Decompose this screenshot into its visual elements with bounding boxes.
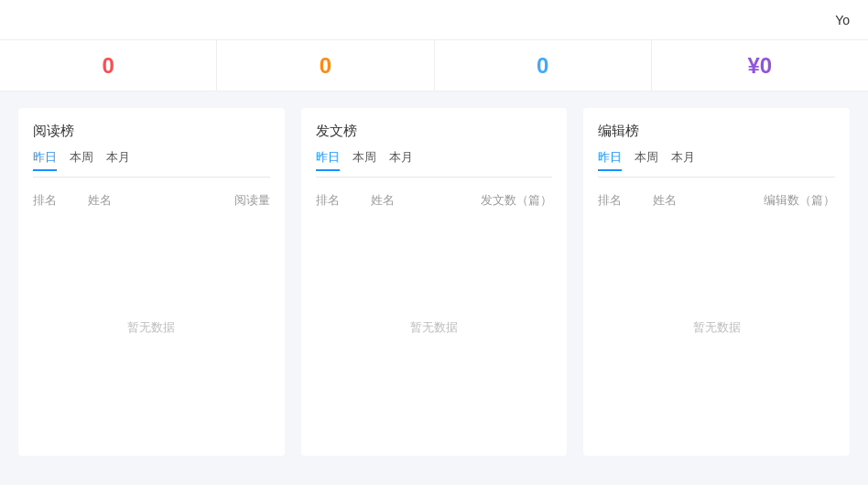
- reading-col-rank: 排名: [33, 192, 88, 209]
- post-card: 发文榜 昨日 本周 本月 排名 姓名 发文数（篇） 暂无数据: [301, 108, 568, 456]
- reading-tab-yesterday[interactable]: 昨日: [33, 149, 57, 171]
- stats-bar: 0 0 0 ¥0: [0, 40, 868, 92]
- stat-item-1: 0: [217, 40, 434, 91]
- reading-table-header: 排名 姓名 阅读量: [33, 187, 270, 214]
- post-tabs: 昨日 本周 本月: [316, 149, 553, 171]
- reading-tab-week[interactable]: 本周: [70, 149, 93, 171]
- edit-card: 编辑榜 昨日 本周 本月 排名 姓名 编辑数（篇） 暂无数据: [583, 108, 850, 456]
- post-tab-week[interactable]: 本周: [353, 149, 376, 171]
- post-col-rank: 排名: [316, 192, 371, 209]
- stat-item-0: 0: [0, 40, 217, 91]
- edit-col-rank: 排名: [598, 192, 653, 209]
- user-greeting: Yo: [835, 13, 850, 27]
- post-tab-yesterday[interactable]: 昨日: [316, 149, 340, 171]
- edit-col-count: 编辑数（篇）: [764, 192, 835, 209]
- stat-item-3: ¥0: [652, 40, 868, 91]
- reading-card-title: 阅读榜: [33, 123, 270, 140]
- post-empty: 暂无数据: [316, 214, 553, 441]
- edit-table-header: 排名 姓名 编辑数（篇）: [598, 187, 835, 214]
- post-col-name: 姓名: [371, 192, 482, 209]
- post-tab-month[interactable]: 本月: [389, 149, 413, 171]
- stat-item-2: 0: [435, 40, 652, 91]
- cards-area: 阅读榜 昨日 本周 本月 排名 姓名 阅读量 暂无数据 发文榜 昨日 本周 本月…: [0, 92, 868, 472]
- edit-col-name: 姓名: [653, 192, 764, 209]
- page-header: Yo: [0, 0, 868, 40]
- post-table-header: 排名 姓名 发文数（篇）: [316, 187, 553, 214]
- edit-tab-yesterday[interactable]: 昨日: [598, 149, 622, 171]
- reading-tab-month[interactable]: 本月: [106, 149, 130, 171]
- reading-tabs: 昨日 本周 本月: [33, 149, 270, 171]
- reading-card: 阅读榜 昨日 本周 本月 排名 姓名 阅读量 暂无数据: [18, 108, 285, 456]
- reading-empty: 暂无数据: [33, 214, 270, 441]
- edit-card-title: 编辑榜: [598, 123, 835, 140]
- edit-tab-month[interactable]: 本月: [671, 149, 695, 171]
- reading-col-name: 姓名: [88, 192, 234, 209]
- post-card-title: 发文榜: [316, 123, 553, 140]
- edit-empty: 暂无数据: [598, 214, 835, 441]
- post-col-count: 发文数（篇）: [481, 192, 552, 209]
- edit-tabs: 昨日 本周 本月: [598, 149, 835, 171]
- reading-col-count: 阅读量: [234, 192, 270, 209]
- edit-tab-week[interactable]: 本周: [635, 149, 658, 171]
